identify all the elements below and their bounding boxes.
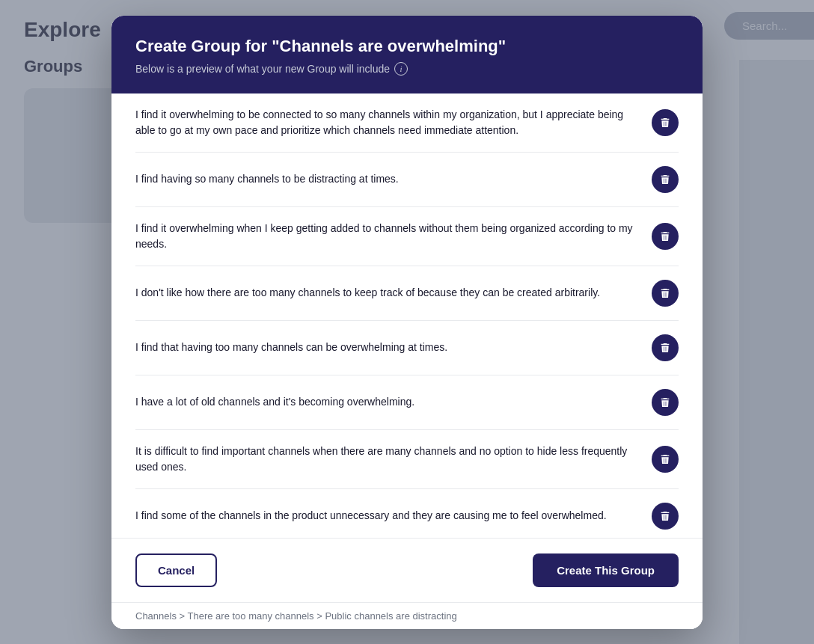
create-group-modal: Create Group for "Channels are overwhelm… (111, 16, 703, 629)
response-text: I don't like how there are too many chan… (135, 285, 640, 301)
modal-subtitle-text: Below is a preview of what your new Grou… (135, 63, 390, 75)
modal-subtitle: Below is a preview of what your new Grou… (135, 62, 679, 76)
modal-header: Create Group for "Channels are overwhelm… (111, 16, 703, 93)
response-text: I have a lot of old channels and it's be… (135, 394, 640, 410)
response-text: I find it overwhelming when I keep getti… (135, 221, 640, 252)
delete-response-button[interactable] (652, 223, 679, 250)
response-text: I find some of the channels in the produ… (135, 508, 640, 524)
delete-response-button[interactable] (652, 389, 679, 416)
response-item: It is difficult to find important channe… (135, 430, 679, 489)
response-item: I don't like how there are too many chan… (135, 266, 679, 321)
breadcrumb: Channels > There are too many channels >… (111, 602, 703, 629)
modal-footer: Cancel Create This Group (111, 538, 703, 602)
delete-response-button[interactable] (652, 334, 679, 361)
response-text: It is difficult to find important channe… (135, 444, 640, 475)
delete-response-button[interactable] (652, 280, 679, 307)
cancel-button[interactable]: Cancel (135, 553, 217, 587)
response-item: I find it overwhelming to be connected t… (135, 93, 679, 153)
response-item: I find some of the channels in the produ… (135, 489, 679, 538)
create-group-button[interactable]: Create This Group (533, 553, 679, 587)
response-item: I find having so many channels to be dis… (135, 153, 679, 207)
response-item: I have a lot of old channels and it's be… (135, 375, 679, 430)
delete-response-button[interactable] (652, 109, 679, 136)
modal-title: Create Group for "Channels are overwhelm… (135, 37, 679, 56)
response-item: I find it overwhelming when I keep getti… (135, 207, 679, 266)
modal-body: I find it overwhelming to be connected t… (111, 93, 703, 538)
response-item: I find that having too many channels can… (135, 321, 679, 375)
info-icon[interactable]: i (394, 62, 408, 76)
delete-response-button[interactable] (652, 503, 679, 530)
delete-response-button[interactable] (652, 166, 679, 193)
response-text: I find it overwhelming to be connected t… (135, 107, 640, 138)
modal-overlay: Create Group for "Channels are overwhelm… (0, 0, 814, 644)
response-text: I find having so many channels to be dis… (135, 171, 640, 187)
response-text: I find that having too many channels can… (135, 340, 640, 355)
delete-response-button[interactable] (652, 446, 679, 473)
